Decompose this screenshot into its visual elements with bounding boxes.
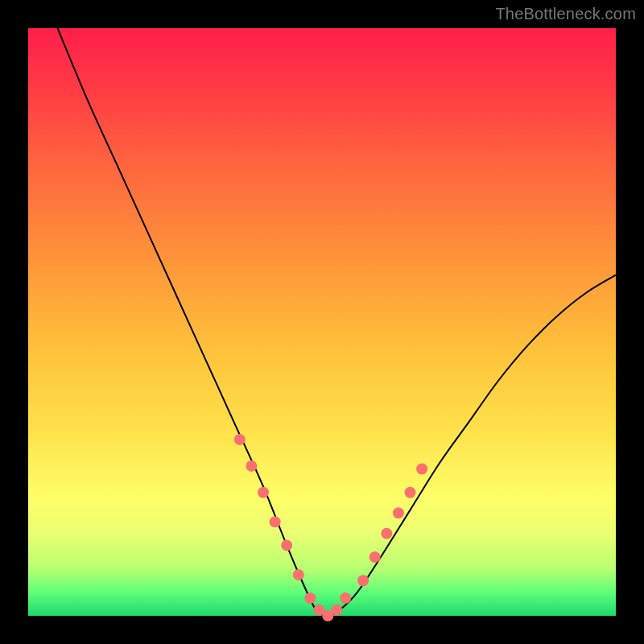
curve-marker (234, 434, 246, 445)
chart-frame: TheBottleneck.com (0, 0, 644, 644)
chart-svg (28, 28, 616, 616)
curve-marker (340, 592, 351, 604)
curve-marker (331, 605, 342, 616)
bottleneck-curve (58, 28, 617, 616)
curve-marker (381, 528, 392, 539)
curve-marker (304, 592, 316, 604)
curve-marker (369, 551, 381, 563)
watermark-label: TheBottleneck.com (495, 5, 636, 23)
curve-marker (281, 539, 292, 551)
curve-marker (405, 487, 416, 498)
curve-marker (258, 487, 269, 498)
curve-marker (270, 516, 281, 527)
curve-marker (393, 507, 404, 518)
curve-marker (293, 569, 304, 580)
curve-marker (416, 464, 427, 475)
curve-marker (357, 575, 369, 586)
curve-marker (246, 460, 257, 472)
plot-area (28, 28, 616, 616)
